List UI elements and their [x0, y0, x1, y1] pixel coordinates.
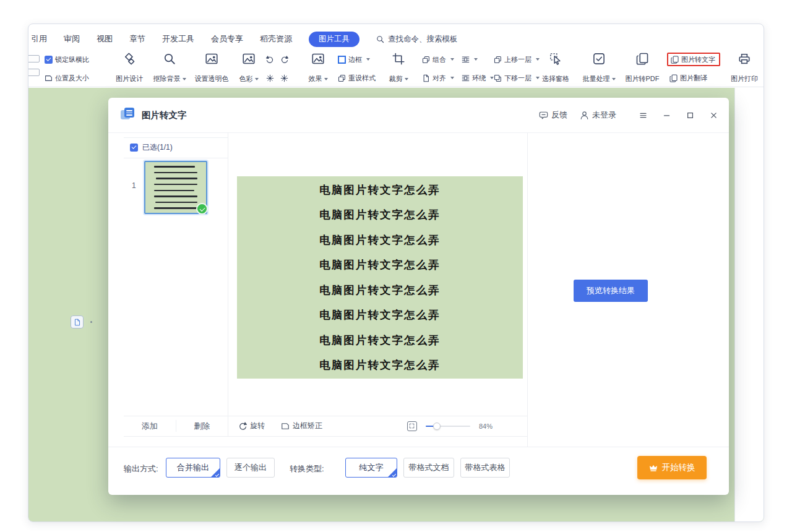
tab-review[interactable]: 审阅 — [64, 33, 80, 45]
minimize-button[interactable] — [661, 109, 672, 121]
picture-to-pdf-button[interactable]: 图片转PDF — [621, 51, 663, 86]
reset-style-icon — [338, 74, 346, 82]
image-preview[interactable]: 电脑图片转文字怎么弄 电脑图片转文字怎么弄 电脑图片转文字怎么弄 电脑图片转文字… — [237, 176, 523, 379]
picture-translate-button[interactable]: 图片翻译 — [667, 71, 720, 85]
frame-icon — [281, 422, 290, 431]
preview-result-button[interactable]: 预览转换结果 — [574, 280, 648, 302]
tab-templates[interactable]: 稻壳资源 — [260, 33, 292, 45]
separate-output-option[interactable]: 逐个输出 — [226, 458, 275, 478]
send-backward-button[interactable]: 下移一层 — [494, 71, 540, 85]
formatted-table-option[interactable]: 带格式表格 — [460, 458, 510, 478]
size-position-button[interactable]: 位置及大小 — [45, 71, 89, 85]
remove-background-icon — [163, 53, 176, 65]
chevron-down-icon — [366, 58, 370, 61]
formatted-doc-option[interactable]: 带格式文档 — [403, 458, 454, 478]
crop-icon — [392, 53, 405, 65]
fit-to-window-button[interactable] — [407, 421, 417, 431]
user-icon — [580, 111, 589, 120]
selection-pane-icon — [549, 53, 562, 65]
close-button[interactable] — [708, 109, 719, 121]
ribbon-toolbar: 锁定纵横比 位置及大小 图片设计 抠除背景 设置透明色 — [28, 50, 764, 87]
rotate-button[interactable]: 旋转 — [238, 421, 265, 431]
printer-icon — [738, 53, 751, 65]
preview-text-line: 电脑图片转文字怎么弄 — [237, 228, 523, 253]
feedback-bubble-icon — [539, 111, 548, 120]
tab-section[interactable]: 章节 — [129, 33, 145, 45]
preview-text-line: 电脑图片转文字怎么弄 — [237, 302, 523, 328]
crop-button[interactable]: 裁剪 — [382, 51, 415, 86]
tab-references[interactable]: 引用 — [31, 33, 47, 45]
wrap-style-button[interactable] — [462, 53, 494, 66]
checkbox-checked-icon — [130, 144, 138, 152]
chevron-down-icon — [405, 78, 408, 80]
lock-aspect-checkbox[interactable]: 锁定纵横比 — [45, 53, 89, 66]
picture-print-button[interactable]: 图片打印 — [726, 51, 762, 86]
flip-vertical-icon[interactable] — [280, 74, 288, 82]
preview-text-line: 电脑图片转文字怎么弄 — [237, 252, 523, 278]
thumbnail-selected[interactable] — [144, 161, 207, 214]
search-icon — [376, 35, 384, 43]
group-icon — [422, 56, 430, 64]
divider — [527, 133, 528, 447]
ribbon-search-hint: 查找命令、搜索模板 — [388, 34, 458, 45]
effect-icon — [312, 53, 324, 65]
bring-forward-button[interactable]: 上移一层 — [494, 53, 540, 66]
preview-text-line: 电脑图片转文字怎么弄 — [237, 178, 523, 203]
height-field[interactable] — [28, 69, 40, 76]
zoom-slider-knob[interactable] — [433, 423, 441, 431]
login-button[interactable]: 未登录 — [580, 109, 616, 121]
group-button[interactable]: 组合 — [422, 53, 454, 66]
zoom-slider[interactable] — [426, 422, 470, 431]
frame-correction-button[interactable]: 边框矫正 — [281, 421, 322, 431]
maximize-button[interactable] — [684, 109, 695, 121]
vertical-scrollbar[interactable] — [734, 88, 764, 521]
batch-process-icon — [593, 53, 605, 65]
effect-button[interactable]: 效果 — [302, 51, 334, 86]
size-position-icon — [45, 74, 53, 82]
flip-horizontal-icon[interactable] — [266, 74, 274, 82]
selection-pane-button[interactable]: 选择窗格 — [536, 51, 575, 86]
send-backward-icon — [494, 74, 502, 82]
color-button[interactable]: 色彩 — [234, 51, 264, 86]
picture-to-text-app-icon — [121, 108, 136, 122]
tab-member[interactable]: 会员专享 — [211, 33, 243, 45]
picture-to-text-dialog: 图片转文字 反馈 未登录 — [108, 98, 729, 495]
minimize-icon — [663, 111, 671, 119]
set-transparent-color-button[interactable]: 设置透明色 — [191, 51, 233, 86]
chevron-down-icon — [450, 77, 454, 79]
tab-developer[interactable]: 开发工具 — [162, 33, 194, 45]
tab-picture-tools-active[interactable]: 图片工具 — [309, 32, 359, 47]
ribbon-search[interactable]: 查找命令、搜索模板 — [376, 34, 458, 45]
start-convert-button[interactable]: 开始转换 — [637, 456, 707, 479]
rotate-right-icon[interactable] — [280, 56, 288, 64]
output-mode-label: 输出方式: — [124, 463, 158, 474]
menu-button[interactable] — [637, 109, 648, 121]
delete-button[interactable]: 删除 — [176, 416, 228, 436]
thumbnail-index: 1 — [132, 181, 136, 190]
selected-all-checkbox[interactable]: 已选(1/1) — [124, 137, 228, 158]
align-button[interactable]: 对齐 — [422, 71, 454, 85]
feedback-button[interactable]: 反馈 — [539, 109, 567, 121]
divider — [124, 436, 527, 437]
text-wrap-button[interactable]: 环绕 — [462, 71, 494, 85]
wrap-style-icon — [462, 56, 470, 64]
add-button[interactable]: 添加 — [124, 416, 176, 436]
rotate-icon — [238, 422, 247, 431]
border-button[interactable]: 边框 — [338, 53, 376, 66]
rotate-left-icon[interactable] — [266, 56, 274, 64]
preview-text-line: 电脑图片转文字怎么弄 — [237, 328, 523, 353]
preview-toolbar: 旋转 边框矫正 84% — [228, 416, 527, 436]
width-field[interactable] — [28, 55, 40, 62]
preview-text-line: 电脑图片转文字怎么弄 — [237, 202, 523, 228]
inline-image-placeholder[interactable] — [71, 315, 84, 328]
merge-output-option-selected[interactable]: 合并输出 — [166, 458, 220, 478]
chevron-down-icon — [474, 58, 478, 61]
batch-process-button[interactable]: 批量处理 — [579, 51, 619, 86]
picture-to-text-button-highlighted[interactable]: 图片转文字 — [667, 53, 720, 66]
tab-view[interactable]: 视图 — [97, 33, 113, 45]
pure-text-option-selected[interactable]: 纯文字 — [345, 458, 397, 478]
dialog-titlebar[interactable]: 图片转文字 反馈 未登录 — [108, 98, 729, 133]
remove-background-button[interactable]: 抠除背景 — [150, 51, 189, 86]
reset-style-button[interactable]: 重设样式 — [338, 71, 376, 85]
picture-design-button[interactable]: 图片设计 — [111, 51, 148, 86]
